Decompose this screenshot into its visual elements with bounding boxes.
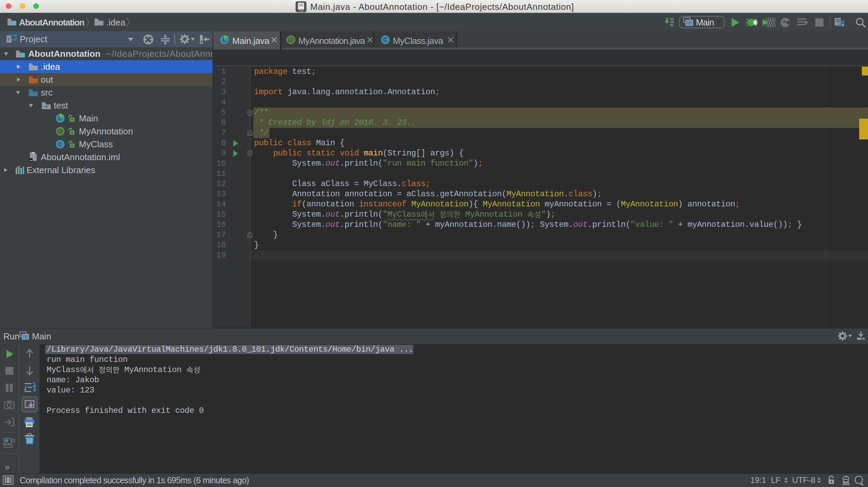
svg-text:@: @ [57,128,63,135]
svg-text:JAVA: JAVA [298,10,304,12]
svg-text:@: @ [287,36,294,43]
svg-text:01: 01 [670,24,674,27]
svg-text:C: C [383,37,387,43]
svg-text:C: C [58,141,62,148]
